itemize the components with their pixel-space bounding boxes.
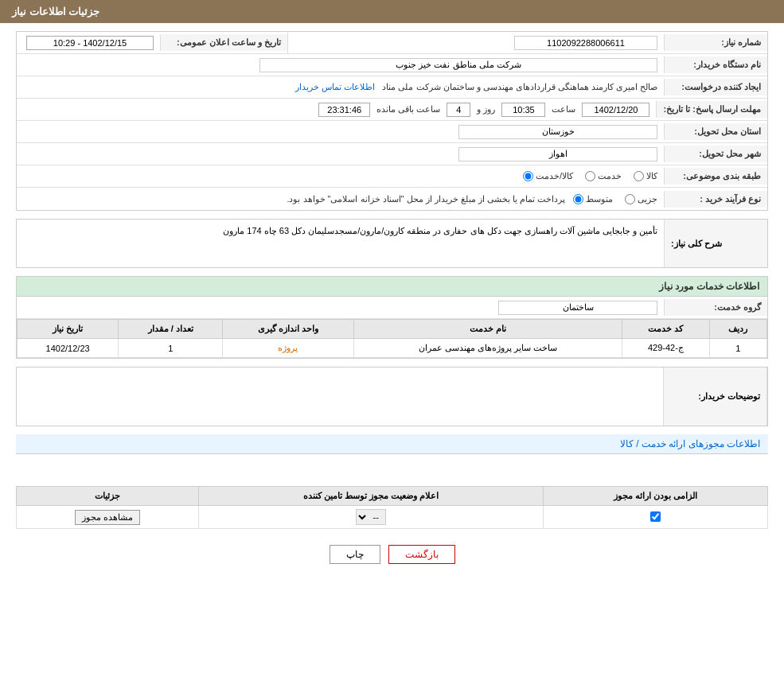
th-vahed: واحد اندازه گیری [223, 320, 353, 339]
sharh-section: شرح کلی نیاز: تأمین و جابجایی ماشین آلات… [16, 219, 768, 268]
ostan-label: استان محل تحویل: [664, 123, 767, 140]
license-table: الزامی بودن ارائه مجوز اعلام وضعیت مجوز … [16, 486, 768, 529]
buttons-row: بازگشت چاپ [16, 545, 768, 564]
license-row: -- مشاهده مجوز [17, 506, 768, 529]
toseef-textarea[interactable] [17, 367, 663, 423]
th-tarikh: تاریخ نیاز [18, 320, 119, 339]
tabaqe-kalakhedmat-label: کالا/خدمت [536, 171, 573, 181]
grooh-input[interactable] [498, 301, 657, 315]
th-tedad: تعداد / مقدار [119, 320, 223, 339]
grooh-value [17, 297, 664, 318]
row-shahr: شهر محل تحویل: [17, 143, 767, 165]
grooh-row: گروه خدمت: [17, 297, 767, 319]
noe-radio-group: جزیی متوسط [573, 194, 657, 204]
row-nam-dastgah: نام دستگاه خریدار: [17, 54, 767, 76]
tarikh-saat-input[interactable] [26, 36, 154, 50]
tabaqe-khedmat-item: خدمت [585, 171, 622, 181]
shomare-niaz-label: شماره نیاز: [664, 34, 767, 51]
table-row: 1 ج-42-429 ساخت سایر پروژه‌های مهندسی عم… [18, 339, 767, 358]
tabaqe-kalakhedmat-item: کالا/خدمت [523, 171, 573, 181]
print-button[interactable]: چاپ [330, 545, 380, 564]
shahr-value [17, 144, 664, 165]
noe-farayand-label: نوع فرآیند خرید : [664, 191, 767, 208]
back-button[interactable]: بازگشت [388, 545, 455, 564]
saat-label: ساعت [552, 104, 575, 115]
noe-motavaset-label: متوسط [586, 194, 613, 204]
th-radif: ردیف [709, 320, 766, 339]
tabaqe-value: کالا خدمت کالا/خدمت [17, 168, 664, 185]
toseef-label: توضیحات خریدار: [664, 367, 767, 426]
ijad-konande-text: صالح امیری کارمند هماهنگی قراردادهای مهن… [382, 82, 657, 91]
tabaqe-khedmat-radio[interactable] [585, 171, 595, 181]
tarikh-saat-label: تاریخ و ساعت اعلان عمومی: [160, 34, 287, 51]
shahr-input[interactable] [458, 147, 657, 161]
view-mojoz-button[interactable]: مشاهده مجوز [75, 510, 140, 525]
cell-radif: 1 [709, 339, 766, 358]
th-vaziat: اعلام وضعیت مجوز توسط تامین کننده [198, 487, 543, 506]
ijad-konande-value: صالح امیری کارمند هماهنگی قراردادهای مهن… [17, 79, 664, 95]
mohlat-saat-input[interactable] [501, 103, 545, 117]
cell-kod: ج-42-429 [622, 339, 709, 358]
noe-desc: پرداخت تمام یا بخشی از مبلغ خریدار از مح… [287, 194, 565, 204]
ostan-input[interactable] [458, 125, 657, 139]
noe-motavaset-radio[interactable] [573, 194, 583, 204]
mojozha-section: اطلاعات مجوزهای ارائه خدمت / کالا الزامی… [16, 434, 768, 529]
row-shomare-tarikh: شماره نیاز: تاریخ و ساعت اعلان عمومی: [17, 32, 767, 54]
khadamat-table: ردیف کد خدمت نام خدمت واحد اندازه گیری ت… [17, 319, 767, 358]
vaziat-select[interactable]: -- [356, 509, 386, 525]
mohlat-label: مهلت ارسال پاسخ: تا تاریخ: [656, 101, 767, 118]
mohlat-fields: ساعت روز و ساعت باقی مانده [17, 99, 656, 120]
cell-tarikh: 1402/12/23 [18, 339, 119, 358]
tabaqe-label: طبقه بندی موضوعی: [664, 168, 767, 185]
sharh-label: شرح کلی نیاز: [671, 239, 722, 249]
nam-dastgah-label: نام دستگاه خریدار: [664, 56, 767, 73]
noe-farayand-value: جزیی متوسط پرداخت تمام یا بخشی از مبلغ خ… [17, 191, 664, 208]
page-header-banner: جزئیات اطلاعات نیاز [0, 0, 784, 23]
tabaqe-kala-radio[interactable] [634, 171, 644, 181]
remaining-label: ساعت باقی مانده [376, 104, 440, 115]
elzami-checkbox[interactable] [650, 511, 661, 522]
toseef-section: توضیحات خریدار: [16, 367, 768, 426]
khadamat-section: اطلاعات خدمات مورد نیاز گروه خدمت: ردیف … [16, 276, 768, 359]
noe-jozi-item: جزیی [625, 194, 657, 204]
noe-motavaset-item: متوسط [573, 194, 613, 204]
tabaqe-kala-item: کالا [634, 171, 657, 181]
nam-dastgah-input[interactable] [259, 58, 657, 72]
mojozha-section-title: اطلاعات مجوزهای ارائه خدمت / کالا [16, 434, 768, 454]
cell-vahed: پروژه [223, 339, 353, 358]
row-tabaqe: طبقه بندی موضوعی: کالا خدمت کالا/خدمت [17, 165, 767, 188]
row-ostan: استان محل تحویل: [17, 121, 767, 143]
row-noe-farayand: نوع فرآیند خرید : جزیی متوسط [17, 188, 767, 210]
mohlat-roz-input[interactable] [447, 103, 470, 117]
cell-vaziat: -- [198, 506, 543, 529]
tabaqe-kala-label: کالا [646, 171, 657, 181]
tabaqe-khedmat-label: خدمت [598, 171, 622, 181]
grooh-label: گروه خدمت: [664, 299, 767, 316]
th-nam: نام خدمت [353, 320, 622, 339]
tabaqe-radio-group: کالا خدمت کالا/خدمت [23, 171, 657, 181]
shahr-label: شهر محل تحویل: [664, 146, 767, 162]
roz-label: روز و [477, 104, 495, 115]
cell-tedad: 1 [119, 339, 223, 358]
cell-elzami [543, 506, 767, 529]
th-kod: کد خدمت [622, 320, 709, 339]
ijad-konande-link[interactable]: اطلاعات تماس خریدار [295, 82, 375, 91]
tabaqe-kalakhedmat-radio[interactable] [523, 171, 533, 181]
sharh-text: تأمین و جابجایی ماشین آلات راهسازی جهت د… [223, 226, 657, 235]
row-mohlat: مهلت ارسال پاسخ: تا تاریخ: ساعت روز و سا… [17, 99, 767, 121]
ijad-konande-label: ایجاد کننده درخواست: [664, 79, 767, 95]
noe-jozi-radio[interactable] [625, 194, 635, 204]
noe-jozi-label: جزیی [638, 194, 657, 204]
main-info-section: شماره نیاز: تاریخ و ساعت اعلان عمومی: نا… [16, 31, 768, 211]
ostan-value [17, 122, 664, 142]
shomare-niaz-input[interactable] [514, 36, 657, 50]
cell-joziat: مشاهده مجوز [17, 506, 199, 529]
row-ijad-konande: ایجاد کننده درخواست: صالح امیری کارمند ه… [17, 76, 767, 99]
nam-dastgah-value [17, 55, 664, 76]
cell-nam: ساخت سایر پروژه‌های مهندسی عمران [353, 339, 622, 358]
mohlat-remaining-input[interactable] [318, 103, 370, 117]
page-title: جزئیات اطلاعات نیاز [12, 6, 99, 17]
th-joziat: جزئیات [17, 487, 199, 506]
khadamat-section-title: اطلاعات خدمات مورد نیاز [17, 277, 767, 297]
mohlat-date-input[interactable] [582, 103, 649, 117]
